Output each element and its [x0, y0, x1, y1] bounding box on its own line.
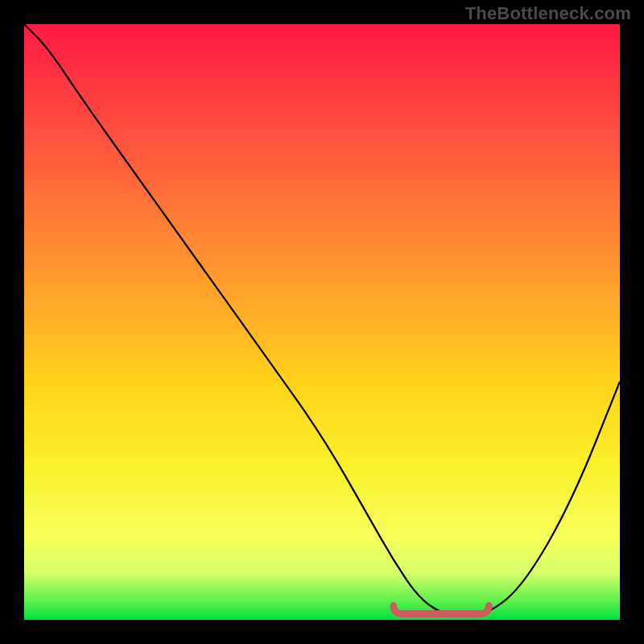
optimal-band-marker [394, 606, 489, 614]
watermark-text: TheBottleneck.com [465, 3, 631, 24]
plot-svg [24, 24, 620, 620]
plot-area [24, 24, 620, 620]
bottleneck-curve [24, 24, 620, 614]
chart-frame: TheBottleneck.com [0, 0, 644, 644]
